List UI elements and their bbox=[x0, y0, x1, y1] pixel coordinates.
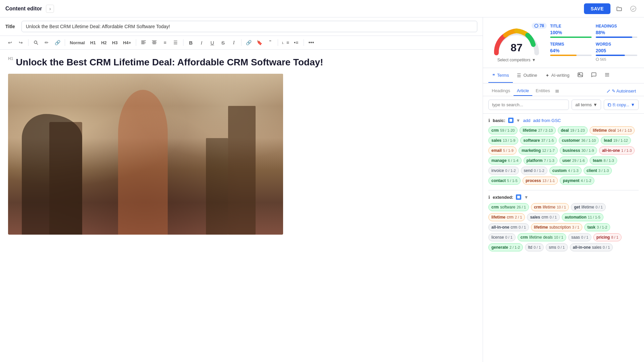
tag-custom[interactable]: custom 4 / 1-3 bbox=[549, 167, 582, 175]
align-center-button[interactable] bbox=[150, 38, 159, 47]
code-button[interactable]: I bbox=[229, 38, 238, 47]
autoinsert-button[interactable]: ✎ Autoinsert bbox=[604, 87, 639, 95]
highlight-button[interactable]: ✏ bbox=[42, 38, 51, 47]
format-h2[interactable]: H2 bbox=[99, 39, 109, 47]
svg-rect-24 bbox=[509, 119, 512, 122]
tag-email[interactable]: email 5 / 1-9 bbox=[488, 146, 517, 155]
redo-button[interactable]: ↪ bbox=[16, 38, 25, 47]
copy-dropdown[interactable]: ⎘ copy... ▼ bbox=[604, 100, 639, 110]
tab-list[interactable] bbox=[600, 68, 614, 83]
tag-manage[interactable]: manage 6 / 1-4 bbox=[488, 157, 522, 165]
link-button[interactable]: 🔗 bbox=[53, 38, 62, 47]
editor-content[interactable]: H1 Unlock the Best CRM Lifetime Deal: Af… bbox=[0, 50, 483, 362]
tag-crm-lifetime-deals[interactable]: crm lifetime deals 10 / 1 bbox=[518, 233, 567, 241]
strikethrough-button[interactable]: S bbox=[218, 38, 228, 47]
search-row: all terms ▼ ⎘ copy... ▼ bbox=[483, 96, 644, 114]
tag-license[interactable]: license 0 / 1 bbox=[488, 233, 516, 241]
tag-deal[interactable]: deal 19 / 1-23 bbox=[558, 126, 588, 134]
italic-button[interactable]: I bbox=[197, 38, 206, 47]
tag-payment[interactable]: payment 4 / 1-2 bbox=[560, 177, 594, 185]
tag-lifetime-subscription[interactable]: lifetime subscription 3 / 1 bbox=[531, 223, 582, 231]
tab-comments[interactable] bbox=[587, 68, 600, 83]
tag-sales-crm[interactable]: sales crm 0 / 1 bbox=[527, 213, 559, 221]
tab-ai-writing[interactable]: ✦ AI-writing bbox=[541, 69, 574, 83]
tag-crm-lifetime[interactable]: crm lifetime 10 / 1 bbox=[531, 203, 569, 211]
sub-tab-article[interactable]: Article bbox=[514, 86, 532, 96]
tag-saas[interactable]: saas 0 / 1 bbox=[568, 233, 591, 241]
format-h4[interactable]: H4+ bbox=[121, 39, 133, 47]
tag-lead[interactable]: lead 19 / 1-12 bbox=[601, 136, 631, 144]
ordered-list-button[interactable]: 1. ≡ bbox=[281, 38, 290, 47]
tab-outline[interactable]: ☰ Outline bbox=[513, 69, 541, 83]
tag-process[interactable]: process 13 / 1-1 bbox=[523, 177, 558, 185]
align-justify-button[interactable]: ☰ bbox=[171, 38, 180, 47]
save-button[interactable]: SAVE bbox=[584, 3, 610, 14]
format-h1[interactable]: H1 bbox=[88, 39, 98, 47]
sidebar-toggle[interactable]: › bbox=[46, 5, 54, 13]
search-input[interactable] bbox=[488, 100, 569, 110]
more-options-button[interactable]: ••• bbox=[307, 38, 316, 47]
tag-platform[interactable]: platform 7 / 1-3 bbox=[524, 157, 557, 165]
tag-all-in-one-sales[interactable]: all-in-one sales 0 / 1 bbox=[570, 243, 613, 251]
bold-button[interactable]: B bbox=[186, 38, 196, 47]
metric-headings-label: HEADINGS bbox=[596, 24, 637, 28]
tag-lifetime-crm[interactable]: lifetime crm 2 / 1 bbox=[488, 213, 525, 221]
title-input[interactable] bbox=[21, 21, 477, 32]
add-terms-link[interactable]: add bbox=[523, 118, 530, 123]
hyperlink-button[interactable]: 🔗 bbox=[244, 38, 254, 47]
svg-point-0 bbox=[631, 6, 636, 11]
tag-pricing[interactable]: pricing 8 / 1 bbox=[593, 233, 621, 241]
tag-business[interactable]: business 30 / 1-9 bbox=[560, 146, 597, 155]
tag-lifetime[interactable]: lifetime 27 / 2-13 bbox=[520, 126, 555, 134]
format-h3[interactable]: H3 bbox=[110, 39, 120, 47]
filter-dropdown[interactable]: all terms ▼ bbox=[572, 100, 601, 110]
tag-automation[interactable]: automation 11 / 1-5 bbox=[562, 213, 603, 221]
tag-send[interactable]: send 0 / 1-2 bbox=[521, 167, 547, 175]
score-metrics: TITLE 100% HEADINGS 88% TERMS 64% bbox=[550, 24, 637, 61]
tag-contact[interactable]: contact 5 / 1-5 bbox=[488, 177, 521, 185]
tag-sales[interactable]: sales 13 / 1-9 bbox=[488, 136, 518, 144]
toolbar-separator-3 bbox=[136, 39, 136, 46]
tag-all-in-one-crm[interactable]: all-in-one crm 0 / 1 bbox=[488, 223, 529, 231]
sub-tab-headings[interactable]: Headings bbox=[488, 86, 514, 96]
comments-icon bbox=[591, 72, 596, 78]
tag-ltd[interactable]: ltd 0 / 1 bbox=[525, 243, 544, 251]
tag-team[interactable]: team 8 / 1-3 bbox=[590, 157, 617, 165]
sub-tab-entities[interactable]: Entities bbox=[532, 86, 553, 96]
align-right-button[interactable]: ≡ bbox=[160, 38, 170, 47]
tag-crm[interactable]: crm 59 / 1-20 bbox=[488, 126, 518, 134]
select-competitors-label[interactable]: Select competitors ▼ bbox=[490, 58, 543, 62]
tag-software[interactable]: software 37 / 1-5 bbox=[520, 136, 557, 144]
tab-image[interactable] bbox=[574, 68, 587, 83]
tag-sms[interactable]: sms 0 / 1 bbox=[546, 243, 568, 251]
tag-generate[interactable]: generate 2 / 1-2 bbox=[488, 243, 523, 251]
format-normal[interactable]: Normal bbox=[68, 39, 87, 47]
tag-get-lifetime[interactable]: get lifetime 0 / 1 bbox=[571, 203, 605, 211]
search-toolbar-button[interactable] bbox=[31, 38, 41, 47]
tag-invoice[interactable]: invoice 0 / 1-2 bbox=[488, 167, 519, 175]
folder-icon[interactable] bbox=[614, 3, 625, 14]
tag-customer[interactable]: customer 36 / 1-10 bbox=[559, 136, 599, 144]
tag-user[interactable]: user 29 / 1-6 bbox=[559, 157, 588, 165]
align-left-button[interactable] bbox=[139, 38, 148, 47]
article-title-text[interactable]: Unlock the Best CRM Lifetime Deal: Affor… bbox=[16, 56, 323, 68]
title-label: Title bbox=[5, 24, 17, 29]
check-icon[interactable] bbox=[628, 3, 639, 14]
tag-all-in-one[interactable]: all-in-one 1 / 1-3 bbox=[599, 146, 635, 155]
undo-button[interactable]: ↩ bbox=[5, 38, 15, 47]
tag-lifetime-deal[interactable]: lifetime deal 14 / 1-13 bbox=[590, 126, 635, 134]
underline-button[interactable]: U bbox=[208, 38, 217, 47]
svg-rect-9 bbox=[152, 43, 157, 43]
tag-client[interactable]: client 3 / 1-3 bbox=[584, 167, 612, 175]
settings-icon-sub[interactable] bbox=[555, 89, 560, 94]
tab-terms[interactable]: ❝ Terms bbox=[488, 69, 513, 83]
tag-crm-software[interactable]: crm software 26 / 1 bbox=[488, 203, 529, 211]
tag-task[interactable]: task 3 / 1-2 bbox=[584, 223, 610, 231]
unordered-list-button[interactable]: •≡ bbox=[291, 38, 301, 47]
score-gauge: 87 bbox=[490, 23, 543, 56]
bookmark-button[interactable]: 🔖 bbox=[255, 38, 264, 47]
tag-marketing[interactable]: marketing 12 / 1-7 bbox=[519, 146, 558, 155]
add-gsc-link[interactable]: add from GSC bbox=[533, 118, 561, 123]
quote-button[interactable]: " bbox=[266, 38, 275, 47]
metric-words-value: 2005 bbox=[596, 48, 637, 53]
